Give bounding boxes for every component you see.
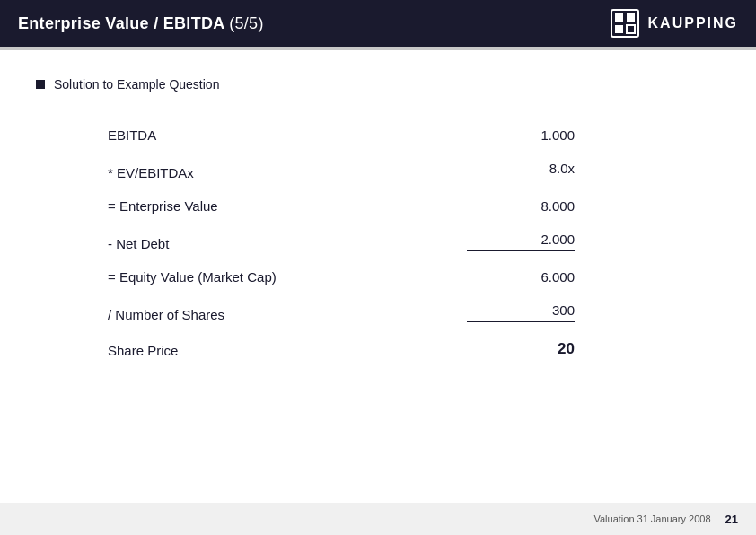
footer-date: Valuation 31 January 2008	[593, 513, 710, 524]
row-value: 300	[467, 303, 575, 322]
svg-rect-2	[627, 13, 635, 22]
row-label: - Net Debt	[108, 236, 305, 251]
row-label: EBITDA	[108, 127, 305, 143]
kauppping-logo-icon	[611, 9, 639, 38]
row-value: 6.000	[467, 269, 575, 285]
table-row: / Number of Shares 300	[108, 294, 575, 331]
row-value: 1.000	[467, 127, 575, 143]
row-label: = Equity Value (Market Cap)	[108, 269, 305, 285]
main-content: Solution to Example Question EBITDA 1.00…	[0, 50, 756, 394]
title-main: Enterprise Value / EBITDA	[18, 14, 224, 32]
row-label: / Number of Shares	[108, 307, 305, 322]
row-label: Share Price	[108, 343, 305, 358]
table-row: EBITDA 1.000	[108, 118, 575, 152]
table-row: - Net Debt 2.000	[108, 223, 575, 260]
bullet-icon	[36, 80, 45, 89]
svg-rect-3	[615, 25, 623, 33]
table-row: Share Price 20	[108, 331, 575, 367]
footer: Valuation 31 January 2008 21	[0, 503, 756, 535]
row-label: * EV/EBITDAx	[108, 165, 305, 180]
row-value: 8.0x	[467, 161, 575, 180]
bullet-label: Solution to Example Question	[54, 77, 219, 92]
calculation-table: EBITDA 1.000 * EV/EBITDAx 8.0x = Enterpr…	[108, 118, 575, 367]
row-value: 20	[467, 340, 575, 358]
header: Enterprise Value / EBITDA (5/5) KAUPPing	[0, 0, 756, 47]
row-label: = Enterprise Value	[108, 198, 305, 214]
table-row: * EV/EBITDAx 8.0x	[108, 152, 575, 189]
svg-rect-4	[627, 25, 635, 33]
header-logo: KAUPPing	[611, 9, 738, 38]
footer-page-number: 21	[725, 513, 738, 526]
row-value: 8.000	[467, 198, 575, 214]
row-value: 2.000	[467, 232, 575, 251]
title-page: (5/5)	[229, 14, 264, 32]
logo-text: KAUPPing	[648, 15, 738, 31]
bullet-row: Solution to Example Question	[36, 77, 720, 92]
svg-rect-1	[615, 13, 623, 22]
table-row: = Enterprise Value 8.000	[108, 189, 575, 223]
table-row: = Equity Value (Market Cap) 6.000	[108, 260, 575, 294]
header-title: Enterprise Value / EBITDA (5/5)	[18, 14, 264, 33]
